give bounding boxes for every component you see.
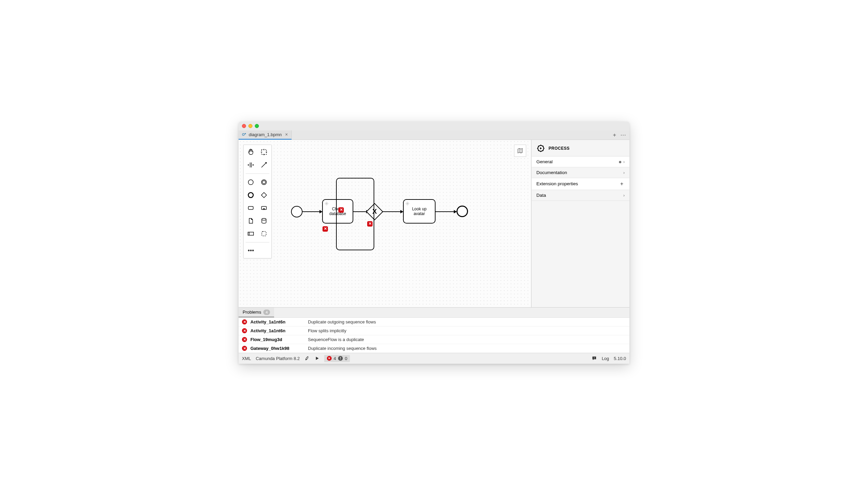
svg-point-3 [248, 180, 253, 185]
new-tab-button[interactable]: + [613, 132, 616, 138]
xml-toggle[interactable]: XML [242, 356, 251, 361]
properties-section-extension-properties[interactable]: Extension properties + [532, 178, 629, 190]
properties-section-general[interactable]: General › [532, 156, 629, 167]
version-label: 5.10.0 [614, 356, 626, 361]
play-icon [315, 356, 319, 361]
error-marker-icon[interactable] [367, 221, 373, 227]
app-window: diagram_1.bpmn × + ⋯ [239, 122, 629, 364]
end-event-tool[interactable] [246, 190, 256, 200]
execution-platform-label[interactable]: Camunda Platform 8.2 [256, 356, 300, 361]
chevron-right-icon: › [623, 170, 625, 175]
svg-rect-2 [262, 149, 267, 154]
window-close-button[interactable] [242, 124, 246, 128]
error-marker-icon[interactable] [322, 226, 328, 232]
start-event-tool[interactable] [246, 177, 256, 187]
error-marker-icon[interactable] [338, 207, 344, 213]
warning-icon [338, 356, 343, 361]
lint-status-chip[interactable]: 4 0 [324, 355, 350, 362]
svg-rect-7 [261, 192, 267, 198]
svg-rect-19 [594, 358, 594, 359]
error-icon [242, 328, 247, 333]
error-icon [242, 319, 247, 324]
service-task-icon [405, 201, 410, 206]
svg-rect-14 [262, 231, 266, 236]
add-icon[interactable]: + [620, 181, 623, 187]
minimap-toggle-button[interactable] [514, 145, 526, 157]
run-button[interactable] [315, 356, 319, 361]
svg-point-15 [326, 203, 327, 204]
properties-section-data[interactable]: Data › [532, 190, 629, 201]
svg-point-5 [262, 181, 265, 184]
data-object-tool[interactable] [246, 216, 256, 226]
space-tool[interactable] [246, 160, 256, 170]
bpmn-diagram: Check database X Look up avatar [239, 140, 531, 307]
problem-row[interactable]: Activity_1a1nt6n Duplicate outgoing sequ… [239, 318, 629, 326]
bpmn-file-icon [242, 132, 247, 137]
data-store-tool[interactable] [259, 216, 269, 226]
svg-rect-9 [262, 206, 267, 209]
problem-row[interactable]: Flow_19mug3d SequenceFlow is a duplicate [239, 335, 629, 344]
main-area: ••• Check database [239, 140, 629, 307]
chevron-right-icon: › [623, 193, 625, 198]
log-toggle[interactable]: Log [602, 356, 609, 361]
rocket-icon [305, 356, 310, 361]
properties-section-documentation[interactable]: Documentation › [532, 167, 629, 178]
properties-title: PROCESS [549, 146, 570, 151]
window-minimize-button[interactable] [248, 124, 252, 128]
intermediate-event-tool[interactable] [259, 177, 269, 187]
svg-point-0 [242, 133, 244, 135]
task-label: Look up avatar [406, 207, 432, 216]
tab-bar: diagram_1.bpmn × + ⋯ [239, 130, 629, 140]
problem-row[interactable]: Gateway_0hw1k98 Duplicate incoming seque… [239, 344, 629, 353]
svg-point-16 [407, 203, 408, 204]
error-icon [327, 356, 332, 361]
task-tool[interactable] [246, 203, 256, 213]
file-tab[interactable]: diagram_1.bpmn × [239, 130, 292, 140]
error-icon [242, 346, 247, 351]
start-event[interactable] [291, 206, 303, 217]
problems-list: Activity_1a1nt6n Duplicate outgoing sequ… [239, 318, 629, 353]
feedback-button[interactable] [592, 356, 597, 361]
palette-more-button[interactable]: ••• [246, 246, 256, 256]
hand-tool[interactable] [246, 147, 256, 157]
svg-point-11 [262, 218, 266, 220]
close-tab-button[interactable]: × [285, 132, 288, 137]
problem-row[interactable]: Activity_1a1nt6n Flow splits implicitly [239, 326, 629, 335]
properties-header: PROCESS [532, 140, 629, 156]
global-connect-tool[interactable] [259, 160, 269, 170]
has-values-indicator-icon [619, 161, 621, 163]
exclusive-gateway[interactable]: X [367, 204, 382, 219]
svg-point-6 [248, 192, 253, 197]
svg-point-1 [245, 133, 246, 134]
tool-palette: ••• [243, 145, 272, 258]
diagram-canvas[interactable]: ••• Check database [239, 140, 531, 307]
problems-tab[interactable]: Problems 4 [239, 308, 274, 317]
problems-panel: Problems 4 Activity_1a1nt6n Duplicate ou… [239, 307, 629, 353]
service-task-icon [324, 201, 329, 206]
task-label: Check database [326, 207, 350, 216]
end-event[interactable] [457, 206, 468, 217]
process-icon [536, 144, 545, 153]
file-tab-label: diagram_1.bpmn [249, 132, 282, 137]
feedback-icon [592, 356, 597, 361]
chevron-right-icon: › [623, 159, 625, 164]
subprocess-tool[interactable] [259, 203, 269, 213]
participant-tool[interactable] [246, 229, 256, 239]
properties-panel: PROCESS General › Documentation › Extens… [531, 140, 629, 307]
svg-rect-18 [594, 357, 594, 358]
group-tool[interactable] [259, 229, 269, 239]
lasso-tool[interactable] [259, 147, 269, 157]
window-maximize-button[interactable] [255, 124, 259, 128]
svg-rect-10 [263, 208, 265, 209]
service-task-lookup-avatar[interactable]: Look up avatar [403, 199, 436, 224]
gateway-tool[interactable] [259, 190, 269, 200]
tabbar-actions: + ⋯ [609, 130, 629, 140]
deploy-button[interactable] [305, 356, 310, 361]
svg-rect-8 [248, 206, 253, 209]
window-titlebar [239, 122, 629, 130]
service-task-check-database[interactable]: Check database [322, 199, 353, 224]
tab-overflow-button[interactable]: ⋯ [620, 132, 626, 138]
problems-count-badge: 4 [263, 310, 270, 315]
sequence-flow-loop[interactable] [336, 178, 374, 250]
status-bar: XML Camunda Platform 8.2 4 0 Log 5.10.0 [239, 353, 629, 364]
